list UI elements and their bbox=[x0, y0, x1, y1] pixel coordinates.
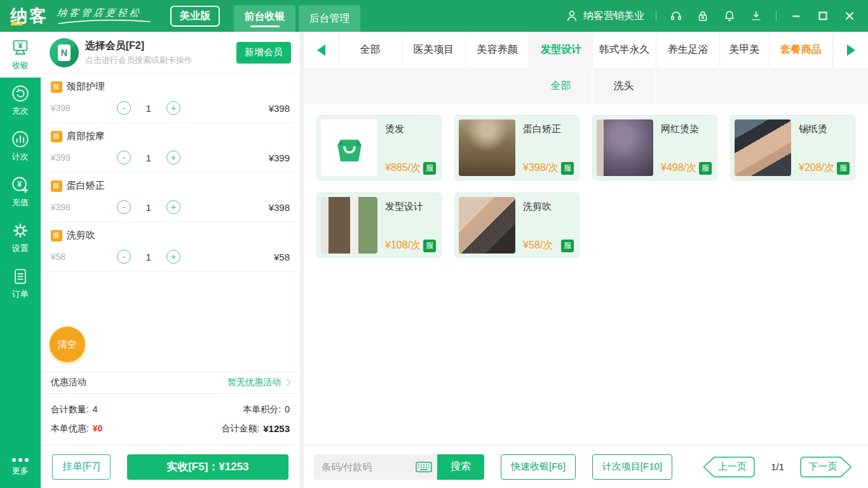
page-indicator: 1/1 bbox=[771, 461, 784, 472]
product-card-foil-perm[interactable]: 锡纸烫 ¥208/次 服 bbox=[730, 115, 855, 180]
download-icon[interactable] bbox=[749, 9, 763, 23]
category-tab-foot-bath[interactable]: 养生足浴 bbox=[656, 32, 720, 68]
service-badge: 服 bbox=[51, 81, 62, 93]
rail-item-orders[interactable]: 订单 bbox=[0, 261, 41, 306]
slogan-text: 纳客管店更轻松 bbox=[57, 7, 154, 19]
product-card-hair-design[interactable]: 发型设计 ¥108/次 服 bbox=[316, 193, 442, 258]
close-icon[interactable] bbox=[843, 9, 857, 23]
qty-minus-button[interactable]: - bbox=[117, 250, 131, 264]
service-badge: 服 bbox=[561, 240, 574, 252]
rail-item-recharge-money[interactable]: ¥ 充值 bbox=[0, 169, 41, 215]
chevron-right-icon bbox=[285, 379, 292, 386]
divider bbox=[776, 11, 776, 21]
catalog-bottom-bar: 搜索 快速收银[F6] 计次项目[F10] 上一页 1/1 下一页 bbox=[304, 445, 868, 488]
product-card-dye[interactable]: 网红烫染 ¥498/次 服 bbox=[592, 115, 717, 180]
category-tab-beauty-care[interactable]: 美容养颜 bbox=[466, 32, 529, 68]
qty-total-label: 合计数量: bbox=[51, 404, 89, 416]
long-hair-plant-photo bbox=[321, 197, 377, 254]
count-times-icon bbox=[11, 130, 30, 149]
category-scroll-left[interactable] bbox=[304, 32, 339, 68]
service-badge: 服 bbox=[699, 162, 712, 175]
qty-plus-button[interactable]: + bbox=[166, 250, 180, 264]
barcode-input[interactable] bbox=[314, 454, 410, 480]
discount-value: ¥0 bbox=[93, 423, 103, 435]
category-tab-semi-permanent[interactable]: 韩式半永久 bbox=[593, 32, 656, 68]
prev-page-button[interactable]: 上一页 bbox=[702, 456, 756, 478]
service-badge: 服 bbox=[561, 162, 574, 175]
qty-value: 1 bbox=[131, 103, 166, 114]
line-total: ¥398 bbox=[180, 103, 290, 114]
next-page-button[interactable]: 下一页 bbox=[799, 456, 853, 478]
subcategory-tabs: 全部 洗头 bbox=[304, 68, 868, 104]
category-tab-medical-beauty[interactable]: 医美项目 bbox=[402, 32, 466, 68]
maximize-icon[interactable] bbox=[816, 9, 830, 23]
product-name: 洗剪吹 bbox=[523, 201, 575, 213]
qty-minus-button[interactable]: - bbox=[117, 200, 131, 214]
rail-item-count-times[interactable]: 计次 bbox=[0, 123, 41, 169]
cart-item: 服 洗剪吹 ¥58 - 1 + ¥58 bbox=[41, 222, 300, 272]
cart-item-name: 颈部护理 bbox=[67, 81, 105, 93]
member-select-header[interactable]: N 选择会员[F2] 点击进行会员搜索或刷卡操作 新增会员 bbox=[41, 32, 300, 74]
rail-item-more[interactable]: 更多 bbox=[0, 446, 41, 488]
service-badge: 服 bbox=[51, 230, 62, 241]
unit-price: ¥58 bbox=[51, 252, 117, 262]
rail-item-settings[interactable]: 设置 bbox=[0, 215, 41, 261]
qty-plus-button[interactable]: + bbox=[166, 151, 180, 165]
headset-icon[interactable] bbox=[669, 9, 683, 23]
category-tab-nail[interactable]: 美甲美 bbox=[720, 32, 770, 68]
app-logo: 纳客 bbox=[10, 4, 48, 27]
unit-price: ¥399 bbox=[51, 152, 117, 163]
category-tab-hair-design[interactable]: 发型设计 bbox=[529, 32, 593, 68]
cart-item: 服 肩部按摩 ¥399 - 1 + ¥399 bbox=[41, 123, 300, 173]
qty-value: 1 bbox=[131, 202, 166, 213]
account-info[interactable]: 纳客营销美业 bbox=[566, 10, 644, 23]
count-item-button[interactable]: 计次项目[F10] bbox=[592, 454, 672, 480]
product-card-wash-cut-blow[interactable]: 洗剪吹 ¥58/次 服 bbox=[454, 193, 580, 258]
rail-item-cashier[interactable]: ¥ 收银 bbox=[0, 32, 41, 78]
product-card-protein[interactable]: 蛋白矫正 ¥398/次 服 bbox=[454, 115, 580, 180]
qty-minus-button[interactable]: - bbox=[117, 101, 131, 115]
edition-button[interactable]: 美业版 bbox=[170, 6, 220, 27]
promo-row[interactable]: 优惠活动 暂无优惠活动 bbox=[41, 371, 300, 394]
product-name: 发型设计 bbox=[385, 201, 437, 213]
category-tab-all[interactable]: 全部 bbox=[339, 32, 402, 68]
orders-list-icon bbox=[11, 267, 30, 286]
rail-item-recharge-times[interactable]: 充次 bbox=[0, 78, 41, 123]
bell-icon[interactable] bbox=[722, 9, 736, 23]
catalog-area: 全部 医美项目 美容养颜 发型设计 韩式半永久 养生足浴 美甲美 套餐商品 全部… bbox=[304, 32, 868, 488]
keyboard-icon[interactable] bbox=[410, 454, 437, 480]
cart-item-name: 肩部按摩 bbox=[67, 130, 105, 142]
rail-label: 设置 bbox=[12, 243, 29, 254]
service-badge: 服 bbox=[423, 240, 436, 252]
hold-order-button[interactable]: 挂单[F7] bbox=[52, 454, 111, 480]
points-value: 0 bbox=[285, 404, 290, 416]
tab-backend-manage[interactable]: 后台管理 bbox=[299, 5, 360, 32]
discount-label: 本单优惠: bbox=[51, 423, 89, 435]
purple-curly-hair-photo bbox=[597, 119, 653, 176]
scan-input-group: 搜索 bbox=[314, 454, 484, 480]
prev-page-label: 上一页 bbox=[702, 456, 756, 478]
promo-label: 优惠活动 bbox=[51, 377, 227, 388]
search-button[interactable]: 搜索 bbox=[437, 454, 484, 480]
qty-minus-button[interactable]: - bbox=[117, 151, 131, 165]
subcategory-tab-wash[interactable]: 洗头 bbox=[592, 68, 655, 104]
lock-icon[interactable] bbox=[696, 9, 710, 23]
category-scroll-right[interactable] bbox=[833, 32, 868, 68]
category-tab-package[interactable]: 套餐商品 bbox=[770, 32, 833, 68]
line-total: ¥399 bbox=[180, 152, 290, 163]
add-member-button[interactable]: 新增会员 bbox=[236, 42, 291, 64]
subcategory-tab-all[interactable]: 全部 bbox=[529, 68, 592, 104]
tab-label: 前台收银 bbox=[245, 10, 285, 24]
quick-cashier-button[interactable]: 快速收银[F6] bbox=[501, 454, 576, 480]
member-select-subtitle: 点击进行会员搜索或刷卡操作 bbox=[85, 55, 236, 66]
qty-plus-button[interactable]: + bbox=[166, 200, 180, 214]
qty-plus-button[interactable]: + bbox=[166, 101, 180, 115]
clear-cart-button[interactable]: 清空 bbox=[50, 327, 85, 362]
tab-label: 后台管理 bbox=[309, 12, 350, 25]
minimize-icon[interactable] bbox=[789, 9, 803, 23]
pagination: 上一页 1/1 下一页 bbox=[702, 456, 853, 478]
product-card-perm[interactable]: 烫发 ¥885/次 服 bbox=[316, 115, 442, 180]
tab-front-cashier[interactable]: 前台收银 bbox=[234, 5, 295, 32]
member-select-title: 选择会员[F2] bbox=[85, 39, 236, 53]
pay-button[interactable]: 实收[F5]：¥1253 bbox=[127, 454, 288, 480]
